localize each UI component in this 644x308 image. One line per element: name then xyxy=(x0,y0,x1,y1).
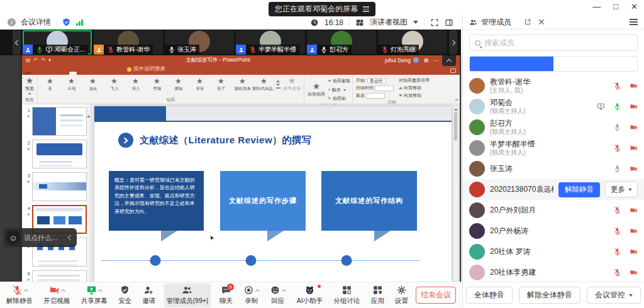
mute-all-button[interactable]: 全体静音 xyxy=(466,287,513,304)
camera-status-icon[interactable] xyxy=(630,82,638,90)
mic-status-icon[interactable] xyxy=(613,123,621,131)
mic-status-icon[interactable] xyxy=(613,227,621,235)
member-row[interactable]: 邓菊会 (联席主持人) xyxy=(463,96,644,117)
member-row[interactable]: 彭召方 (联席主持人) xyxy=(463,117,644,138)
editor-scrollbar[interactable] xyxy=(453,106,458,282)
mic-status-icon[interactable] xyxy=(613,82,621,90)
toolbar-settings-button[interactable]: 设置 xyxy=(392,283,411,307)
slide-thumbnail-preview[interactable] xyxy=(32,270,87,282)
slide-thumbnail-preview[interactable] xyxy=(32,107,87,136)
toolbar-cam-off-button[interactable]: 开启视频 xyxy=(41,283,72,307)
member-row[interactable]: 教管科-谢华 (主持人, 我) xyxy=(463,75,644,96)
toolbar-share-button[interactable]: 共享屏幕 xyxy=(79,283,110,307)
animation-effect[interactable]: ★ 轮子 xyxy=(211,76,231,92)
close-button[interactable]: ✕ xyxy=(631,2,638,12)
camera-status-icon[interactable] xyxy=(630,144,638,152)
animation-effect[interactable]: ★ 擦除 xyxy=(168,76,189,92)
slide-section-tab[interactable] xyxy=(237,106,309,121)
slide-thumbnail[interactable]: 1★ xyxy=(24,107,87,136)
panel-tab[interactable] xyxy=(470,57,553,71)
share-toolbar-icon[interactable] xyxy=(363,6,369,12)
start-setting[interactable]: 开始:单击时 xyxy=(356,77,394,84)
animation-effect[interactable]: ★ 浮入 xyxy=(125,76,146,92)
collapse-ribbon-button[interactable] xyxy=(455,97,458,102)
ppt-quick-access-toolbar[interactable]: ▤↶↷▾ xyxy=(26,57,51,63)
slide-thumbnail-preview[interactable] xyxy=(32,140,87,168)
mic-status-icon[interactable] xyxy=(613,206,621,214)
mic-status-icon[interactable] xyxy=(613,268,621,277)
toolbar-ai-button[interactable]: AI小助手 xyxy=(294,283,325,307)
move-later-button[interactable]: 向后移动 xyxy=(399,92,430,99)
member-search-box[interactable] xyxy=(469,35,638,51)
collapse-strip-button[interactable] xyxy=(442,55,456,66)
member-row[interactable]: 半梦半醒半懵 (联席主持人) xyxy=(463,138,644,158)
search-input[interactable] xyxy=(484,38,632,47)
thumbnail-scrollbar[interactable] xyxy=(87,104,91,282)
camera-status-icon[interactable] xyxy=(630,268,638,277)
member-row[interactable]: 20社体 罗涛 xyxy=(463,241,644,262)
animation-effect[interactable]: ★ 随机线条 xyxy=(232,76,253,92)
chevron-up-icon[interactable] xyxy=(282,289,286,293)
view-mode-selector[interactable]: 演讲者视图 xyxy=(370,17,408,28)
toolbar-record-button[interactable]: 录制 xyxy=(241,283,262,307)
animation-effect[interactable]: ★ 劈裂 xyxy=(147,76,167,92)
popout-panel-icon[interactable] xyxy=(524,18,531,26)
slide-thumbnail[interactable]: 3★ xyxy=(24,172,87,201)
animation-effect[interactable]: ★ 飞入 xyxy=(104,76,125,92)
fullscreen-icon[interactable] xyxy=(430,18,439,27)
duration-setting[interactable]: 持续时间 xyxy=(356,85,394,91)
collapse-chat-icon[interactable] xyxy=(68,235,73,240)
camera-status-icon[interactable] xyxy=(630,102,638,111)
panel-menu-icon[interactable] xyxy=(630,19,638,25)
comment-icon[interactable] xyxy=(450,69,456,73)
animation-effect[interactable]: ★ 淡化 xyxy=(82,76,103,92)
toolbar-members-button[interactable]: 管理成员(99+) xyxy=(164,283,211,307)
emoji-icon[interactable]: ☺ xyxy=(6,231,20,245)
animation-painter-button[interactable]: ✎动画刷 xyxy=(328,95,350,102)
member-row[interactable]: 20社体李勇建 xyxy=(463,262,644,282)
slide-thumbnail-preview[interactable] xyxy=(32,172,87,201)
end-meeting-button[interactable]: 结束会议 xyxy=(416,287,456,304)
member-row[interactable]: 张玉涛 xyxy=(463,158,644,179)
mic-status-icon[interactable] xyxy=(613,102,621,111)
toolbar-react-button[interactable]: 回应 xyxy=(267,283,288,307)
preview-button[interactable]: ★预览 xyxy=(24,76,35,96)
chat-quick-input[interactable]: ☺ 说点什么... xyxy=(4,228,77,247)
unmute-all-button[interactable]: 解除全体静音 xyxy=(519,287,580,304)
delay-setting[interactable]: 延迟 xyxy=(356,92,394,99)
chevron-up-icon[interactable] xyxy=(255,289,260,293)
animation-effect[interactable]: ★ 形状 xyxy=(189,76,210,92)
slide-thumbnail[interactable]: 2★ xyxy=(24,140,87,168)
camera-status-icon[interactable] xyxy=(630,165,638,173)
mic-status-icon[interactable] xyxy=(613,248,621,256)
video-tile[interactable]: 教管科-谢华 xyxy=(94,30,163,55)
mic-status-icon[interactable] xyxy=(613,165,621,173)
gallery-scroll-buttons[interactable] xyxy=(274,76,282,92)
slide-section-tab[interactable] xyxy=(380,106,452,121)
chevron-up-icon[interactable] xyxy=(61,289,65,293)
meeting-details-link[interactable]: 会议详情 xyxy=(21,17,51,28)
strip-scroll-left-button[interactable] xyxy=(13,30,21,55)
more-button[interactable]: 更多 xyxy=(605,182,638,197)
effect-options-button[interactable]: ★效果选项 xyxy=(282,76,302,92)
ppt-tell-me[interactable]: 操作说明搜索 xyxy=(127,65,165,75)
meeting-control-button[interactable]: 会议管控 xyxy=(587,287,641,304)
add-animation-button[interactable]: ★添加动画 xyxy=(306,76,326,102)
video-tile[interactable]: 张玉涛 xyxy=(165,30,234,55)
chevron-up-icon[interactable] xyxy=(23,289,28,293)
animation-effect[interactable]: ★ 出现 xyxy=(61,76,82,92)
toolbar-apps-button[interactable]: 应用 xyxy=(369,283,387,307)
panel-tab[interactable] xyxy=(553,57,637,71)
video-tile[interactable]: 半梦半醒半懵 xyxy=(236,30,305,55)
animation-effect[interactable]: ★ 翻转式由远.. xyxy=(253,76,274,92)
video-tile[interactable]: 彭召方 xyxy=(307,30,376,55)
slide-section-tab[interactable] xyxy=(166,106,238,121)
slide-section-tab[interactable] xyxy=(94,106,166,121)
toolbar-invite-button[interactable]: 邀请 xyxy=(140,283,158,307)
toolbar-chat-button[interactable]: 聊天 9 xyxy=(217,283,235,307)
ppt-ribbon-options-icon[interactable]: ▦ xyxy=(424,57,429,63)
video-tile[interactable]: 邓菊会正... xyxy=(23,30,92,55)
slide-section-tab[interactable] xyxy=(309,106,380,121)
minimize-button[interactable]: — xyxy=(592,2,601,12)
strip-scroll-right-button[interactable] xyxy=(449,30,457,55)
